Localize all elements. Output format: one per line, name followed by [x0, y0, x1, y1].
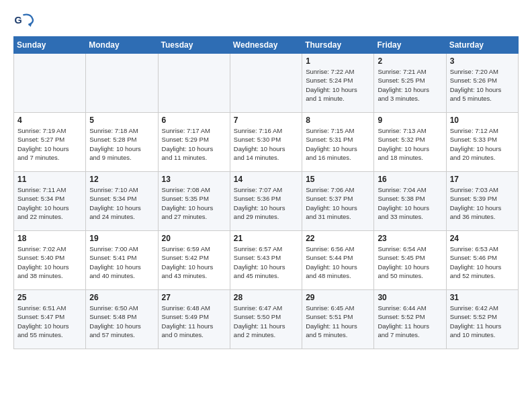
day-number: 17: [450, 175, 515, 184]
day-info: Sunrise: 7:19 AM Sunset: 5:27 PM Dayligh…: [17, 126, 82, 162]
calendar-cell: 2Sunrise: 7:21 AM Sunset: 5:25 PM Daylig…: [374, 54, 446, 113]
day-number: 1: [306, 56, 370, 66]
calendar-cell: 14Sunrise: 7:07 AM Sunset: 5:36 PM Dayli…: [230, 172, 302, 231]
weekday-saturday: Saturday: [446, 37, 518, 54]
calendar-cell: 20Sunrise: 6:59 AM Sunset: 5:42 PM Dayli…: [158, 231, 230, 290]
calendar-cell: [158, 54, 230, 113]
day-number: 5: [89, 116, 154, 125]
day-number: 9: [378, 116, 442, 125]
calendar-cell: 30Sunrise: 6:44 AM Sunset: 5:52 PM Dayli…: [374, 290, 446, 349]
calendar-cell: 10Sunrise: 7:12 AM Sunset: 5:33 PM Dayli…: [446, 113, 518, 172]
day-info: Sunrise: 7:02 AM Sunset: 5:40 PM Dayligh…: [17, 244, 82, 280]
calendar-cell: 21Sunrise: 6:57 AM Sunset: 5:43 PM Dayli…: [230, 231, 302, 290]
weekday-monday: Monday: [86, 37, 158, 54]
weekday-header-row: SundayMondayTuesdayWednesdayThursdayFrid…: [14, 37, 519, 54]
day-info: Sunrise: 6:51 AM Sunset: 5:47 PM Dayligh…: [17, 304, 82, 339]
calendar-cell: 1Sunrise: 7:22 AM Sunset: 5:24 PM Daylig…: [302, 54, 374, 113]
calendar-cell: 15Sunrise: 7:06 AM Sunset: 5:37 PM Dayli…: [302, 172, 374, 231]
day-number: 22: [306, 234, 370, 243]
calendar-cell: 23Sunrise: 6:54 AM Sunset: 5:45 PM Dayli…: [374, 231, 446, 290]
day-info: Sunrise: 7:21 AM Sunset: 5:25 PM Dayligh…: [378, 67, 442, 103]
calendar-cell: [86, 54, 158, 113]
calendar-cell: 18Sunrise: 7:02 AM Sunset: 5:40 PM Dayli…: [14, 231, 86, 290]
day-number: 31: [450, 293, 515, 302]
day-number: 16: [378, 175, 442, 184]
calendar-cell: 27Sunrise: 6:48 AM Sunset: 5:49 PM Dayli…: [158, 290, 230, 349]
calendar-week-2: 11Sunrise: 7:11 AM Sunset: 5:34 PM Dayli…: [14, 172, 519, 231]
weekday-friday: Friday: [374, 37, 446, 54]
day-number: 18: [17, 234, 82, 243]
calendar-cell: 8Sunrise: 7:15 AM Sunset: 5:31 PM Daylig…: [302, 113, 374, 172]
day-number: 25: [17, 293, 82, 302]
day-info: Sunrise: 6:56 AM Sunset: 5:44 PM Dayligh…: [306, 244, 370, 280]
calendar-cell: 26Sunrise: 6:50 AM Sunset: 5:48 PM Dayli…: [86, 290, 158, 349]
calendar-table: SundayMondayTuesdayWednesdayThursdayFrid…: [13, 36, 519, 349]
day-info: Sunrise: 7:22 AM Sunset: 5:24 PM Dayligh…: [306, 67, 370, 103]
day-number: 21: [234, 234, 298, 243]
calendar-week-3: 18Sunrise: 7:02 AM Sunset: 5:40 PM Dayli…: [14, 231, 519, 290]
calendar-cell: 11Sunrise: 7:11 AM Sunset: 5:34 PM Dayli…: [14, 172, 86, 231]
calendar-week-1: 4Sunrise: 7:19 AM Sunset: 5:27 PM Daylig…: [14, 113, 519, 172]
day-info: Sunrise: 6:59 AM Sunset: 5:42 PM Dayligh…: [162, 244, 226, 280]
day-number: 10: [450, 116, 515, 125]
calendar-week-4: 25Sunrise: 6:51 AM Sunset: 5:47 PM Dayli…: [14, 290, 519, 349]
calendar-cell: 4Sunrise: 7:19 AM Sunset: 5:27 PM Daylig…: [14, 113, 86, 172]
day-number: 6: [162, 116, 226, 125]
day-number: 29: [306, 293, 370, 302]
day-info: Sunrise: 7:07 AM Sunset: 5:36 PM Dayligh…: [234, 185, 298, 221]
weekday-wednesday: Wednesday: [230, 37, 302, 54]
day-number: 23: [378, 234, 442, 243]
day-info: Sunrise: 6:50 AM Sunset: 5:48 PM Dayligh…: [89, 304, 154, 339]
day-number: 26: [89, 293, 154, 302]
day-info: Sunrise: 7:16 AM Sunset: 5:30 PM Dayligh…: [234, 126, 298, 162]
page-header: G: [13, 11, 519, 32]
calendar-cell: 28Sunrise: 6:47 AM Sunset: 5:50 PM Dayli…: [230, 290, 302, 349]
day-number: 19: [89, 234, 154, 243]
day-info: Sunrise: 6:44 AM Sunset: 5:52 PM Dayligh…: [378, 304, 442, 339]
day-number: 7: [234, 116, 298, 125]
day-number: 24: [450, 234, 515, 243]
day-number: 20: [162, 234, 226, 243]
day-info: Sunrise: 6:57 AM Sunset: 5:43 PM Dayligh…: [234, 244, 298, 280]
day-number: 2: [378, 56, 442, 66]
logo-icon: G: [13, 11, 35, 32]
calendar-cell: 16Sunrise: 7:04 AM Sunset: 5:38 PM Dayli…: [374, 172, 446, 231]
calendar-cell: 6Sunrise: 7:17 AM Sunset: 5:29 PM Daylig…: [158, 113, 230, 172]
logo: G: [13, 11, 38, 32]
weekday-sunday: Sunday: [14, 37, 86, 54]
calendar-cell: 5Sunrise: 7:18 AM Sunset: 5:28 PM Daylig…: [86, 113, 158, 172]
calendar-cell: 19Sunrise: 7:00 AM Sunset: 5:41 PM Dayli…: [86, 231, 158, 290]
day-info: Sunrise: 7:13 AM Sunset: 5:32 PM Dayligh…: [378, 126, 442, 162]
calendar-cell: 17Sunrise: 7:03 AM Sunset: 5:39 PM Dayli…: [446, 172, 518, 231]
day-info: Sunrise: 7:17 AM Sunset: 5:29 PM Dayligh…: [162, 126, 226, 162]
day-info: Sunrise: 6:42 AM Sunset: 5:52 PM Dayligh…: [450, 304, 515, 339]
day-number: 12: [89, 175, 154, 184]
day-info: Sunrise: 7:11 AM Sunset: 5:34 PM Dayligh…: [17, 185, 82, 221]
day-number: 30: [378, 293, 442, 302]
weekday-tuesday: Tuesday: [158, 37, 230, 54]
day-info: Sunrise: 7:12 AM Sunset: 5:33 PM Dayligh…: [450, 126, 515, 162]
calendar-cell: [230, 54, 302, 113]
day-number: 14: [234, 175, 298, 184]
day-info: Sunrise: 7:10 AM Sunset: 5:34 PM Dayligh…: [89, 185, 154, 221]
calendar-week-0: 1Sunrise: 7:22 AM Sunset: 5:24 PM Daylig…: [14, 54, 519, 113]
calendar-cell: 24Sunrise: 6:53 AM Sunset: 5:46 PM Dayli…: [446, 231, 518, 290]
day-info: Sunrise: 7:00 AM Sunset: 5:41 PM Dayligh…: [89, 244, 154, 280]
day-info: Sunrise: 7:20 AM Sunset: 5:26 PM Dayligh…: [450, 67, 515, 103]
calendar-cell: 3Sunrise: 7:20 AM Sunset: 5:26 PM Daylig…: [446, 54, 518, 113]
day-number: 11: [17, 175, 82, 184]
day-info: Sunrise: 7:18 AM Sunset: 5:28 PM Dayligh…: [89, 126, 154, 162]
calendar-body: 1Sunrise: 7:22 AM Sunset: 5:24 PM Daylig…: [14, 54, 519, 349]
calendar-cell: [14, 54, 86, 113]
day-number: 4: [17, 116, 82, 125]
day-info: Sunrise: 7:15 AM Sunset: 5:31 PM Dayligh…: [306, 126, 370, 162]
calendar-cell: 12Sunrise: 7:10 AM Sunset: 5:34 PM Dayli…: [86, 172, 158, 231]
calendar-cell: 22Sunrise: 6:56 AM Sunset: 5:44 PM Dayli…: [302, 231, 374, 290]
day-info: Sunrise: 7:08 AM Sunset: 5:35 PM Dayligh…: [162, 185, 226, 221]
calendar-cell: 25Sunrise: 6:51 AM Sunset: 5:47 PM Dayli…: [14, 290, 86, 349]
calendar-cell: 7Sunrise: 7:16 AM Sunset: 5:30 PM Daylig…: [230, 113, 302, 172]
calendar-cell: 29Sunrise: 6:45 AM Sunset: 5:51 PM Dayli…: [302, 290, 374, 349]
day-number: 3: [450, 56, 515, 66]
day-info: Sunrise: 7:03 AM Sunset: 5:39 PM Dayligh…: [450, 185, 515, 221]
calendar-cell: 31Sunrise: 6:42 AM Sunset: 5:52 PM Dayli…: [446, 290, 518, 349]
